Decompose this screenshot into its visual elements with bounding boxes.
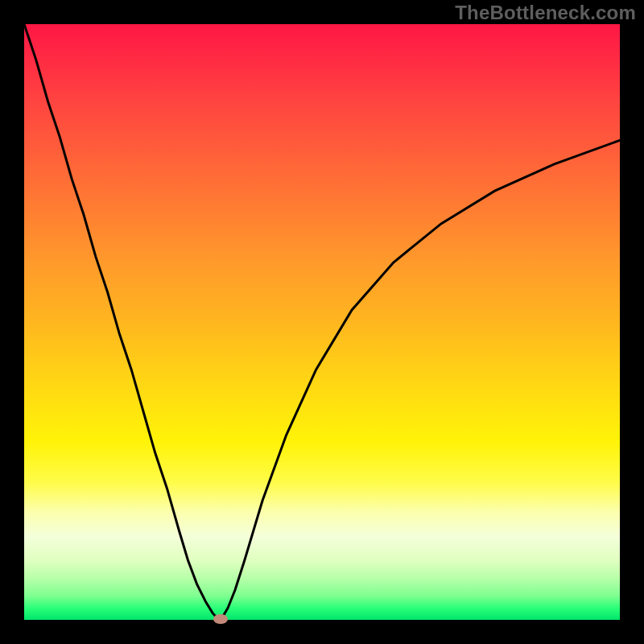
watermark-text: TheBottleneck.com bbox=[455, 2, 636, 24]
plot-area bbox=[24, 24, 620, 620]
bottleneck-curve bbox=[24, 24, 620, 620]
chart-frame: TheBottleneck.com bbox=[0, 0, 644, 644]
optimum-marker bbox=[213, 614, 228, 624]
